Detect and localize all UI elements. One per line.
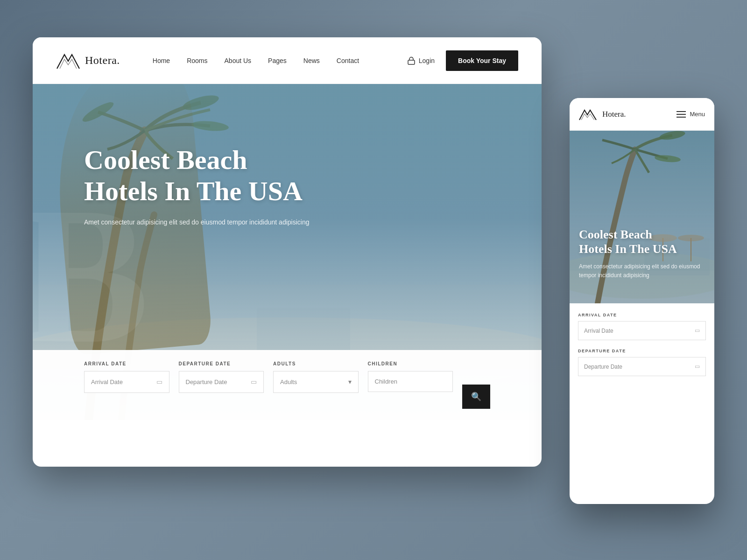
desktop-nav-links: Home Rooms About Us Pages News Contact	[153, 57, 359, 64]
mobile-departure-field: DEPARTURE DATE Departure Date ▭	[578, 349, 706, 376]
mobile-navbar: Hotera. Menu	[570, 98, 714, 131]
mobile-calendar-icon-arrival: ▭	[695, 327, 700, 334]
mobile-hero-content: Coolest Beach Hotels In The USA Amet con…	[579, 227, 705, 280]
mobile-departure-text: Departure Date	[584, 364, 622, 370]
svg-rect-0	[408, 60, 415, 64]
mobile-menu-button[interactable]: Menu	[677, 111, 705, 118]
children-select-text: Children	[375, 378, 397, 385]
desktop-logo-text: Hotera.	[85, 54, 120, 67]
calendar-icon-departure: ▭	[251, 378, 257, 386]
mobile-arrival-input[interactable]: Arrival Date ▭	[578, 321, 706, 340]
mobile-menu-label: Menu	[690, 111, 705, 118]
mobile-departure-input[interactable]: Departure Date ▭	[578, 357, 706, 376]
hamburger-line-2	[677, 114, 686, 115]
arrival-input-text: Arrival Date	[91, 378, 123, 385]
departure-field: DEPARTURE DATE Departure Date ▭	[179, 361, 264, 393]
nav-rooms[interactable]: Rooms	[187, 57, 207, 64]
mobile-arrival-label: ARRIVAL DATE	[578, 313, 706, 317]
chevron-down-adults: ▾	[348, 378, 352, 386]
desktop-hero-subtitle: Amet consectetur adipisicing elit sed do…	[84, 217, 309, 227]
scene-wrapper: Hotera. Home Rooms About Us Pages News C…	[33, 37, 714, 523]
mobile-logo-text: Hotera.	[602, 110, 626, 119]
nav-about[interactable]: About Us	[225, 57, 252, 64]
children-label: CHILDREN	[368, 361, 453, 366]
children-field: CHILDREN Children	[368, 361, 453, 392]
mobile-hero: Coolest Beach Hotels In The USA Amet con…	[570, 131, 714, 303]
book-your-stay-button[interactable]: Book Your Stay	[446, 50, 518, 71]
arrival-label: ARRIVAL DATE	[84, 361, 169, 366]
mobile-arrival-field: ARRIVAL DATE Arrival Date ▭	[578, 313, 706, 340]
search-icon: 🔍	[471, 392, 481, 402]
adults-label: ADULTS	[273, 361, 359, 366]
mobile-logo-icon	[579, 107, 597, 121]
desktop-logo[interactable]: Hotera.	[56, 51, 120, 70]
mobile-mockup: Hotera. Menu	[570, 98, 714, 504]
nav-pages[interactable]: Pages	[268, 57, 287, 64]
hamburger-line-1	[677, 111, 686, 112]
desktop-nav-right: Login Book Your Stay	[408, 50, 518, 71]
mobile-booking-form: ARRIVAL DATE Arrival Date ▭ DEPARTURE DA…	[570, 303, 714, 394]
adults-select-text: Adults	[280, 378, 297, 385]
login-button[interactable]: Login	[408, 56, 435, 65]
arrival-field: ARRIVAL DATE Arrival Date ▭	[84, 361, 169, 393]
hamburger-icon	[677, 111, 686, 118]
desktop-mockup: Hotera. Home Rooms About Us Pages News C…	[33, 37, 542, 467]
desktop-hero-title: Coolest Beach Hotels In The USA	[84, 145, 309, 207]
departure-label: DEPARTURE DATE	[179, 361, 264, 366]
children-select[interactable]: Children	[368, 371, 453, 392]
nav-news[interactable]: News	[303, 57, 320, 64]
booking-bar: ARRIVAL DATE Arrival Date ▭ DEPARTURE DA…	[33, 350, 542, 420]
mobile-departure-label: DEPARTURE DATE	[578, 349, 706, 353]
departure-input-text: Departure Date	[186, 378, 227, 385]
departure-input[interactable]: Departure Date ▭	[179, 371, 264, 393]
desktop-hero-content: Coolest Beach Hotels In The USA Amet con…	[84, 145, 309, 228]
calendar-icon-arrival: ▭	[156, 378, 162, 386]
mobile-hero-title: Coolest Beach Hotels In The USA	[579, 227, 705, 256]
search-button[interactable]: 🔍	[462, 385, 490, 409]
desktop-navbar: Hotera. Home Rooms About Us Pages News C…	[33, 37, 542, 84]
mobile-calendar-icon-departure: ▭	[695, 363, 700, 370]
desktop-logo-icon	[56, 51, 80, 70]
arrival-input[interactable]: Arrival Date ▭	[84, 371, 169, 393]
adults-select[interactable]: Adults ▾	[273, 371, 359, 393]
mobile-hero-subtitle: Amet consectetur adipisicing elit sed do…	[579, 262, 705, 280]
nav-home[interactable]: Home	[153, 57, 170, 64]
desktop-hero: B Coolest Beach Hotels In The USA Amet c…	[33, 84, 542, 420]
nav-contact[interactable]: Contact	[337, 57, 359, 64]
login-label: Login	[419, 57, 435, 64]
adults-field: ADULTS Adults ▾	[273, 361, 359, 393]
lock-icon	[408, 56, 415, 65]
hamburger-line-3	[677, 117, 686, 118]
mobile-arrival-text: Arrival Date	[584, 328, 613, 334]
